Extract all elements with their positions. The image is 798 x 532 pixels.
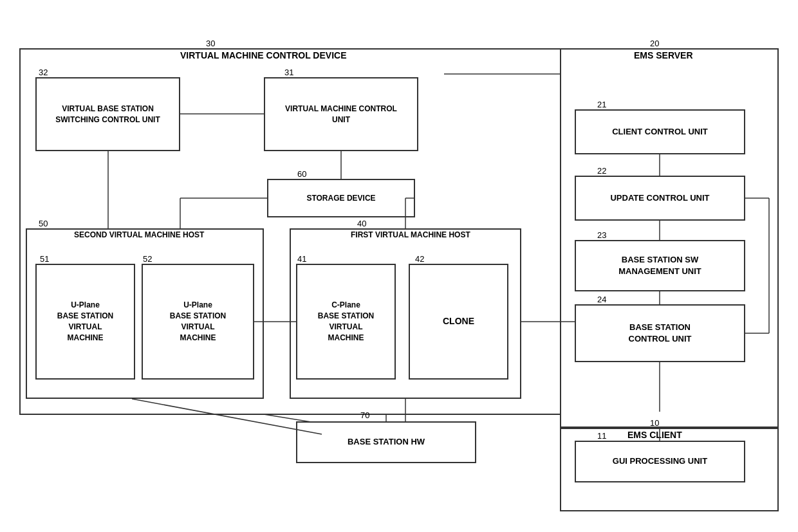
second-vm-host-ref: 50 xyxy=(39,219,48,228)
clone-box: CLONE xyxy=(409,264,508,380)
bscu-ref: 24 xyxy=(597,295,606,304)
first-vm-host-title: FIRST VIRTUAL MACHINE HOST xyxy=(351,230,470,239)
cplane-ref: 41 xyxy=(297,254,306,264)
storage-box: STORAGE DEVICE xyxy=(267,179,415,217)
vmcu-box: VIRTUAL MACHINE CONTROLUNIT xyxy=(264,77,418,151)
diagram: 30 VIRTUAL MACHINE CONTROL DEVICE 20 EMS… xyxy=(0,0,798,532)
clone-ref: 42 xyxy=(415,254,424,264)
first-vm-host-ref: 40 xyxy=(357,219,366,228)
ccu-ref: 21 xyxy=(597,100,606,109)
storage-ref: 60 xyxy=(297,169,306,179)
vmcd-title: VIRTUAL MACHINE CONTROL DEVICE xyxy=(180,50,347,60)
vmcu-ref: 31 xyxy=(284,68,293,77)
bssmu-ref: 23 xyxy=(597,230,606,240)
second-vm-host-title: SECOND VIRTUAL MACHINE HOST xyxy=(74,230,204,239)
update-control-unit-box: UPDATE CONTROL UNIT xyxy=(575,176,745,221)
uplane2-ref: 52 xyxy=(143,254,152,264)
cplane-box: C-PlaneBASE STATIONVIRTUALMACHINE xyxy=(296,264,396,380)
vmcd-ref: 30 xyxy=(206,39,215,48)
uplane1-ref: 51 xyxy=(40,254,49,264)
ems-client-title: EMS CLIENT xyxy=(627,430,682,440)
client-control-unit-box: CLIENT CONTROL UNIT xyxy=(575,109,745,154)
gui-ref: 11 xyxy=(597,431,606,441)
base-station-hw-box: BASE STATION HW xyxy=(296,421,476,463)
base-station-control-unit-box: BASE STATIONCONTROL UNIT xyxy=(575,304,745,362)
vbsscu-box: VIRTUAL BASE STATIONSWITCHING CONTROL UN… xyxy=(35,77,180,151)
ems-server-outer-box xyxy=(560,48,779,428)
gui-processing-unit-box: GUI PROCESSING UNIT xyxy=(575,441,745,482)
ems-server-ref: 20 xyxy=(650,39,659,48)
uplane1-box: U-PlaneBASE STATIONVIRTUALMACHINE xyxy=(35,264,135,380)
vbsscu-ref: 32 xyxy=(39,68,48,77)
ems-server-title: EMS SERVER xyxy=(634,50,693,60)
base-station-hw-ref: 70 xyxy=(360,410,369,420)
ems-client-ref: 10 xyxy=(650,418,659,428)
ucu-ref: 22 xyxy=(597,166,606,176)
base-station-sw-mgmt-box: BASE STATION SWMANAGEMENT UNIT xyxy=(575,240,745,291)
uplane2-box: U-PlaneBASE STATIONVIRTUALMACHINE xyxy=(142,264,254,380)
